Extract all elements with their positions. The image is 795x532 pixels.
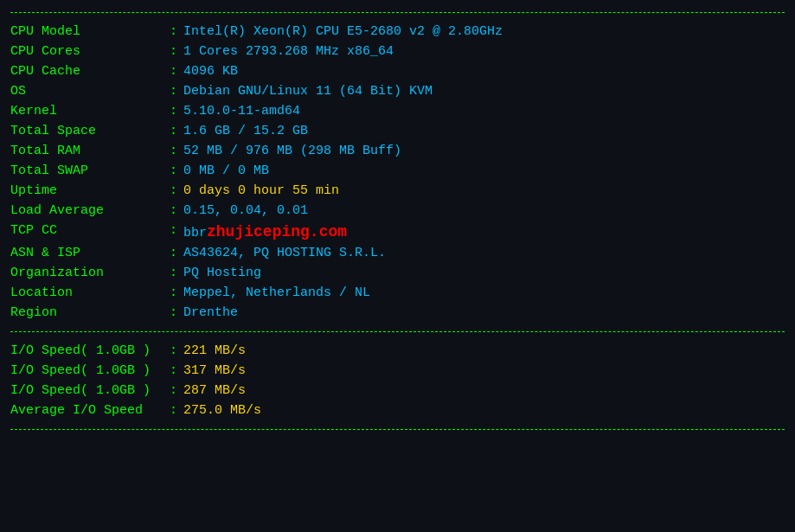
system-info-label: Location: [10, 283, 166, 303]
colon-separator: :: [166, 181, 183, 201]
system-info-row: Organization:PQ Hosting: [10, 263, 785, 283]
colon-separator: :: [166, 42, 183, 61]
system-info-label: Total RAM: [10, 141, 166, 161]
colon-separator: :: [166, 243, 183, 263]
system-info-label: Load Average: [10, 201, 166, 221]
colon-separator: :: [166, 141, 183, 161]
colon-separator: :: [166, 221, 183, 243]
system-info-label: ASN & ISP: [10, 243, 166, 263]
colon-separator: :: [166, 201, 183, 221]
system-info-value: 1 Cores 2793.268 MHz x86_64: [183, 42, 785, 61]
system-info-label: CPU Model: [10, 22, 166, 42]
colon-separator: :: [166, 22, 183, 42]
colon-separator: :: [166, 381, 183, 401]
system-info-row: CPU Model:Intel(R) Xeon(R) CPU E5-2680 v…: [10, 22, 785, 42]
system-info-row: CPU Cores:1 Cores 2793.268 MHz x86_64: [10, 42, 785, 61]
io-info-label: I/O Speed( 1.0GB ): [10, 341, 166, 361]
io-info-value: 275.0 MB/s: [183, 401, 785, 420]
system-info-value: 4096 KB: [183, 61, 785, 81]
io-info-row: Average I/O Speed:275.0 MB/s: [10, 401, 785, 420]
colon-separator: :: [166, 401, 183, 420]
system-info-value: 0.15, 0.04, 0.01: [183, 201, 785, 221]
system-info-value: 5.10.0-11-amd64: [183, 101, 785, 121]
system-info-table: CPU Model:Intel(R) Xeon(R) CPU E5-2680 v…: [10, 22, 785, 323]
io-info-label: I/O Speed( 1.0GB ): [10, 361, 166, 381]
system-info-row: Location:Meppel, Netherlands / NL: [10, 283, 785, 303]
system-info-row: Total SWAP:0 MB / 0 MB: [10, 161, 785, 181]
io-info-value: 287 MB/s: [183, 381, 785, 401]
bottom-divider: [10, 429, 785, 430]
system-info-value: Intel(R) Xeon(R) CPU E5-2680 v2 @ 2.80GH…: [183, 22, 785, 42]
io-info-row: I/O Speed( 1.0GB ):221 MB/s: [10, 341, 785, 361]
system-info-row: ASN & ISP:AS43624, PQ HOSTING S.R.L.: [10, 243, 785, 263]
colon-separator: :: [166, 161, 183, 181]
system-info-value: Meppel, Netherlands / NL: [183, 283, 785, 303]
io-info-section: I/O Speed( 1.0GB ):221 MB/sI/O Speed( 1.…: [10, 337, 785, 424]
system-info-row: TCP CC:bbrzhujiceping.com: [10, 221, 785, 243]
colon-separator: :: [166, 121, 183, 141]
system-info-value: AS43624, PQ HOSTING S.R.L.: [183, 243, 785, 263]
system-info-label: CPU Cache: [10, 61, 166, 81]
system-info-label: Region: [10, 303, 166, 323]
system-info-value: bbrzhujiceping.com: [183, 221, 785, 243]
io-info-label: I/O Speed( 1.0GB ): [10, 381, 166, 401]
system-info-row: Total RAM:52 MB / 976 MB (298 MB Buff): [10, 141, 785, 161]
system-info-value: PQ Hosting: [183, 263, 785, 283]
middle-divider: [10, 331, 785, 332]
io-info-value: 221 MB/s: [183, 341, 785, 361]
io-info-label: Average I/O Speed: [10, 401, 166, 420]
colon-separator: :: [166, 61, 183, 81]
watermark-text: zhujiceping.com: [207, 223, 347, 240]
io-info-row: I/O Speed( 1.0GB ):287 MB/s: [10, 381, 785, 401]
colon-separator: :: [166, 341, 183, 361]
system-info-value: Drenthe: [183, 303, 785, 323]
system-info-value: 0 MB / 0 MB: [183, 161, 785, 181]
io-info-table: I/O Speed( 1.0GB ):221 MB/sI/O Speed( 1.…: [10, 341, 785, 420]
system-info-label: OS: [10, 81, 166, 101]
system-info-label: Total Space: [10, 121, 166, 141]
top-divider: [10, 12, 785, 13]
system-info-row: Kernel:5.10.0-11-amd64: [10, 101, 785, 121]
system-info-label: CPU Cores: [10, 42, 166, 61]
system-info-value: 1.6 GB / 15.2 GB: [183, 121, 785, 141]
system-info-row: Load Average:0.15, 0.04, 0.01: [10, 201, 785, 221]
system-info-label: TCP CC: [10, 221, 166, 243]
colon-separator: :: [166, 101, 183, 121]
colon-separator: :: [166, 283, 183, 303]
system-info-label: Uptime: [10, 181, 166, 201]
colon-separator: :: [166, 361, 183, 381]
system-info-row: OS:Debian GNU/Linux 11 (64 Bit) KVM: [10, 81, 785, 101]
colon-separator: :: [166, 303, 183, 323]
system-info-label: Kernel: [10, 101, 166, 121]
system-info-row: Uptime:0 days 0 hour 55 min: [10, 181, 785, 201]
system-info-label: Total SWAP: [10, 161, 166, 181]
system-info-section: CPU Model:Intel(R) Xeon(R) CPU E5-2680 v…: [10, 18, 785, 326]
colon-separator: :: [166, 81, 183, 101]
system-info-value: 52 MB / 976 MB (298 MB Buff): [183, 141, 785, 161]
io-info-row: I/O Speed( 1.0GB ):317 MB/s: [10, 361, 785, 381]
system-info-value: Debian GNU/Linux 11 (64 Bit) KVM: [183, 81, 785, 101]
colon-separator: :: [166, 263, 183, 283]
system-info-row: Total Space:1.6 GB / 15.2 GB: [10, 121, 785, 141]
tcp-cc-value: bbr: [183, 226, 207, 240]
system-info-row: CPU Cache:4096 KB: [10, 61, 785, 81]
io-info-value: 317 MB/s: [183, 361, 785, 381]
system-info-row: Region:Drenthe: [10, 303, 785, 323]
system-info-label: Organization: [10, 263, 166, 283]
system-info-value: 0 days 0 hour 55 min: [183, 181, 785, 201]
